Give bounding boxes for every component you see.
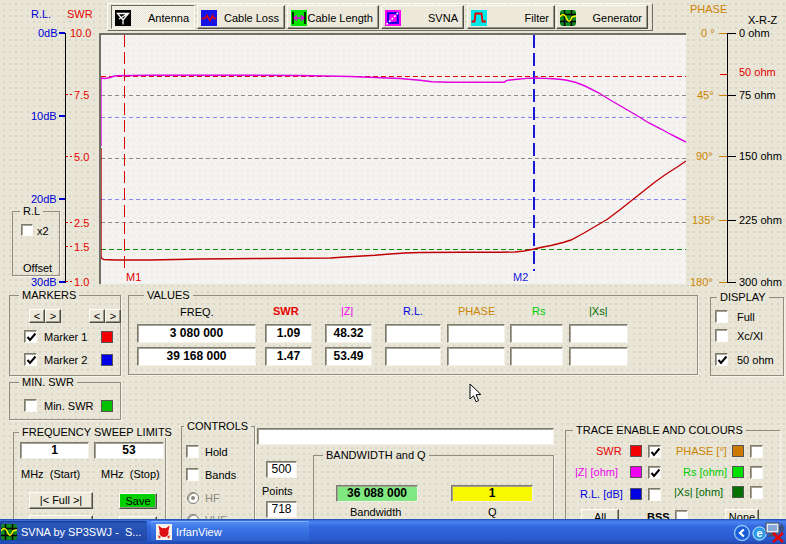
svg-text:e: e [756, 527, 762, 539]
